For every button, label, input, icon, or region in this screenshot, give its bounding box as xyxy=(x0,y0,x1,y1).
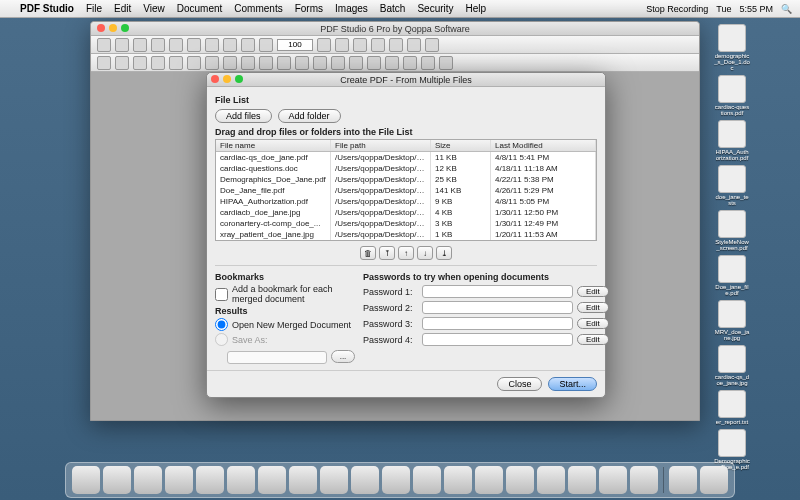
zoom-out-icon[interactable] xyxy=(259,38,273,52)
dock-app3[interactable] xyxy=(475,466,503,494)
pwd4-input[interactable] xyxy=(422,333,573,346)
menu-images[interactable]: Images xyxy=(335,3,368,14)
cloud-icon[interactable] xyxy=(205,56,219,70)
desktop-file[interactable]: doe_jane_tests xyxy=(714,165,750,206)
dock-ical[interactable] xyxy=(289,466,317,494)
desktop-file[interactable]: Doe_jane_file.pdf xyxy=(714,255,750,296)
dock-settings[interactable] xyxy=(134,466,162,494)
rotate-icon[interactable] xyxy=(335,38,349,52)
col-size[interactable]: Size xyxy=(431,140,491,151)
snapshot-icon[interactable] xyxy=(389,38,403,52)
dock-terminal[interactable] xyxy=(444,466,472,494)
dock-app6[interactable] xyxy=(630,466,658,494)
link-icon[interactable] xyxy=(313,56,327,70)
crop-icon[interactable] xyxy=(407,38,421,52)
desktop-file[interactable]: cardiac-qs_doe_jane.jpg xyxy=(714,345,750,386)
textbox-icon[interactable] xyxy=(241,56,255,70)
pencil-icon[interactable] xyxy=(169,56,183,70)
arrow-icon[interactable] xyxy=(151,56,165,70)
dock-quicktime[interactable] xyxy=(413,466,441,494)
dock-eclipse[interactable] xyxy=(506,466,534,494)
move-down-button[interactable]: ↓ xyxy=(417,246,433,260)
pwd2-edit-button[interactable]: Edit xyxy=(577,302,609,313)
open-new-radio[interactable] xyxy=(215,318,228,331)
desktop-file[interactable]: HIPAA_Authorization.pdf xyxy=(714,120,750,161)
area-icon[interactable] xyxy=(403,56,417,70)
table-row[interactable]: cardiac-qs_doe_jane.pdf/Users/qoppa/Desk… xyxy=(216,152,596,163)
menu-document[interactable]: Document xyxy=(177,3,223,14)
select-icon[interactable] xyxy=(353,38,367,52)
col-filename[interactable]: File name xyxy=(216,140,331,151)
start-button[interactable]: Start... xyxy=(548,377,597,391)
desktop-file[interactable]: demographic_s_Doe_1.doc xyxy=(714,24,750,71)
desktop-file[interactable]: er_report.txt xyxy=(714,390,750,425)
strikeout-icon[interactable] xyxy=(367,56,381,70)
browse-button[interactable]: ... xyxy=(331,350,355,363)
close-button[interactable]: Close xyxy=(497,377,542,391)
last-page-icon[interactable] xyxy=(205,38,219,52)
dock-folder[interactable] xyxy=(669,466,697,494)
minimize-icon[interactable] xyxy=(109,24,117,32)
highlight-icon[interactable] xyxy=(331,56,345,70)
pwd2-input[interactable] xyxy=(422,301,573,314)
perimeter-icon[interactable] xyxy=(439,56,453,70)
move-bottom-button[interactable]: ⤓ xyxy=(436,246,452,260)
table-row[interactable]: Demographics_Doe_Jane.pdf/Users/qoppa/De… xyxy=(216,174,596,185)
pwd3-input[interactable] xyxy=(422,317,573,330)
note-icon[interactable] xyxy=(223,56,237,70)
dock-dashboard[interactable] xyxy=(103,466,131,494)
dock-app1[interactable] xyxy=(165,466,193,494)
zoom-input[interactable] xyxy=(277,39,313,51)
dock-trash[interactable] xyxy=(700,466,728,494)
desktop-file[interactable]: cardiac-questions.pdf xyxy=(714,75,750,116)
stop-recording[interactable]: Stop Recording xyxy=(646,4,708,14)
table-row[interactable]: HIPAA_Authorization.pdf/Users/qoppa/Desk… xyxy=(216,196,596,207)
table-row[interactable]: cardiacb_doe_jane.jpg/Users/qoppa/Deskto… xyxy=(216,207,596,218)
fit-page-icon[interactable] xyxy=(223,38,237,52)
next-page-icon[interactable] xyxy=(187,38,201,52)
polygon-icon[interactable] xyxy=(187,56,201,70)
table-row[interactable]: coronartery-ct-comp_doe_.../Users/qoppa/… xyxy=(216,218,596,229)
add-files-button[interactable]: Add files xyxy=(215,109,272,123)
open-icon[interactable] xyxy=(97,38,111,52)
menubar-app[interactable]: PDF Studio xyxy=(20,3,74,14)
save-as-radio[interactable] xyxy=(215,333,228,346)
delete-button[interactable]: 🗑 xyxy=(360,246,376,260)
hand-icon[interactable] xyxy=(371,38,385,52)
dock-mail[interactable] xyxy=(258,466,286,494)
zoom-in-icon[interactable] xyxy=(317,38,331,52)
circle-icon[interactable] xyxy=(97,56,111,70)
col-modified[interactable]: Last Modified xyxy=(491,140,596,151)
pwd1-input[interactable] xyxy=(422,285,573,298)
dock-app5[interactable] xyxy=(568,466,596,494)
menu-edit[interactable]: Edit xyxy=(114,3,131,14)
first-page-icon[interactable] xyxy=(151,38,165,52)
pwd1-edit-button[interactable]: Edit xyxy=(577,286,609,297)
menu-view[interactable]: View xyxy=(143,3,165,14)
zoom-icon[interactable] xyxy=(121,24,129,32)
dialog-minimize-icon[interactable] xyxy=(223,75,231,83)
save-as-input[interactable] xyxy=(227,351,327,364)
menu-comments[interactable]: Comments xyxy=(234,3,282,14)
callout-icon[interactable] xyxy=(259,56,273,70)
table-row[interactable]: cardiac-questions.doc/Users/qoppa/Deskto… xyxy=(216,163,596,174)
dock-pdfstudio[interactable] xyxy=(599,466,627,494)
close-icon[interactable] xyxy=(97,24,105,32)
table-row[interactable]: xray_patient_doe_jane.jpg/Users/qoppa/De… xyxy=(216,229,596,240)
pwd4-edit-button[interactable]: Edit xyxy=(577,334,609,345)
menu-forms[interactable]: Forms xyxy=(295,3,323,14)
bookmark-checkbox[interactable] xyxy=(215,288,228,301)
pwd3-edit-button[interactable]: Edit xyxy=(577,318,609,329)
move-up-button[interactable]: ↑ xyxy=(398,246,414,260)
sound-icon[interactable] xyxy=(295,56,309,70)
desktop-file[interactable]: MRV_doe_jane.jpg xyxy=(714,300,750,341)
table-row[interactable]: Doe_Jane_file.pdf/Users/qoppa/Desktop/Do… xyxy=(216,185,596,196)
dialog-close-icon[interactable] xyxy=(211,75,219,83)
menu-batch[interactable]: Batch xyxy=(380,3,406,14)
dock-finder[interactable] xyxy=(72,466,100,494)
print-icon[interactable] xyxy=(133,38,147,52)
dock-addressbook[interactable] xyxy=(320,466,348,494)
edit-icon[interactable] xyxy=(425,38,439,52)
save-icon[interactable] xyxy=(115,38,129,52)
col-filepath[interactable]: File path xyxy=(331,140,431,151)
